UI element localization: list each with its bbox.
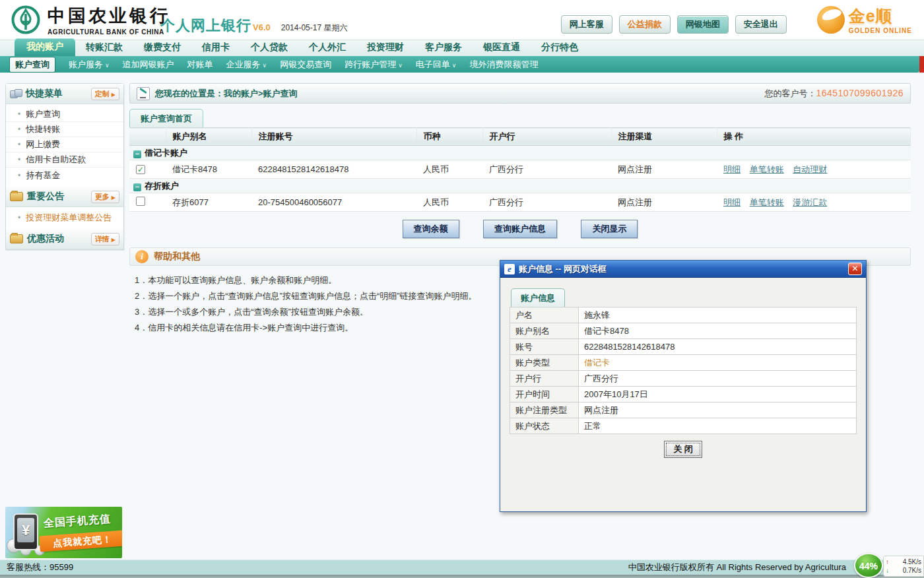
action-buttons: 查询余额 查询账户信息 关闭显示	[129, 220, 911, 238]
bullet-icon: •	[18, 110, 20, 119]
subnav-interbank-account-mgmt[interactable]: 跨行账户管理∨	[345, 59, 403, 71]
yuan-symbol: ¥	[17, 518, 34, 542]
bank-brand: 中国农业银行 AGRICULTURAL BANK OF CHINA	[11, 4, 170, 36]
dialog-title: 账户信息 -- 网页对话框	[519, 263, 848, 275]
sidebar-item-notice[interactable]: •投资理财菜单调整公告	[6, 210, 123, 225]
single-transfer-link[interactable]: 单笔转账	[750, 197, 784, 207]
col-alias: 账户别名	[166, 128, 251, 146]
bullet-icon: •	[18, 155, 20, 164]
query-account-info-button[interactable]: 查询账户信息	[483, 220, 557, 238]
subnav-account-query[interactable]: 账户查询	[9, 57, 55, 73]
quick-menu-header: 快捷菜单 定制 ▶	[6, 84, 123, 104]
phone-icon: ¥	[13, 513, 38, 550]
main-nav: 我的账户 转账汇款 缴费支付 信用卡 个人贷款 个人外汇 投资理财 客户服务 银…	[0, 40, 924, 56]
subnav-ebank-transaction-query[interactable]: 网银交易查询	[280, 59, 331, 71]
right-edge-marker	[919, 56, 924, 73]
query-balance-button[interactable]: 查询余额	[403, 220, 459, 238]
sidebar: 快捷菜单 定制 ▶ •账户查询 •快捷转账 •网上缴费 •信用卡自助还款 •持有…	[5, 83, 124, 250]
sidebar-item-held-funds[interactable]: •持有基金	[6, 168, 123, 183]
col-branch: 开户行	[482, 128, 611, 146]
tab-branch-features[interactable]: 分行特色	[531, 39, 589, 56]
header-right: 网上客服 公益捐款 网银地图 安全退出 金e顺 GOLDEN ONLINE	[561, 0, 917, 34]
subnav-corporate-service[interactable]: 企业服务∨	[226, 59, 267, 71]
group-row-debit-card[interactable]: −借记卡账户	[129, 146, 911, 160]
content-area: 快捷菜单 定制 ▶ •账户查询 •快捷转账 •网上缴费 •信用卡自助还款 •持有…	[0, 73, 924, 560]
sidebar-item-cc-repayment[interactable]: •信用卡自助还款	[6, 152, 123, 168]
ebank-map-button[interactable]: 网银地图	[677, 15, 729, 34]
customize-button[interactable]: 定制 ▶	[91, 88, 119, 100]
bank-name-en: AGRICULTURAL BANK OF CHINA	[48, 28, 170, 36]
subnav-overseas-limit-mgmt[interactable]: 境外消费限额管理	[469, 59, 538, 71]
header: 中国农业银行 AGRICULTURAL BANK OF CHINA 个人网上银行…	[0, 0, 924, 40]
download-speed: 0.7K/s	[903, 566, 921, 575]
subnav-e-receipt[interactable]: 电子回单∨	[416, 59, 457, 71]
tab-payment[interactable]: 缴费支付	[133, 39, 191, 56]
cell-currency: 人民币	[416, 160, 482, 179]
help-title: 帮助和其他	[154, 251, 200, 263]
sidebar-item-account-query[interactable]: •账户查询	[6, 107, 123, 122]
bullet-icon: •	[18, 171, 20, 180]
golden-logo-en: GOLDEN ONLINE	[849, 27, 912, 34]
quick-menu-title: 快捷菜单	[26, 88, 91, 100]
online-service-button[interactable]: 网上客服	[561, 15, 612, 34]
safe-logout-button[interactable]: 安全退出	[735, 15, 787, 34]
col-operations: 操 作	[717, 128, 911, 146]
mobile-recharge-banner[interactable]: ¥ 全国手机充值 点我就充吧！	[5, 507, 122, 558]
sidebar-item-quick-transfer[interactable]: •快捷转账	[6, 122, 123, 137]
single-transfer-link[interactable]: 单笔转账	[750, 164, 784, 174]
collapse-icon[interactable]: −	[133, 150, 141, 158]
tab-bank-medical[interactable]: 银医直通	[473, 39, 531, 56]
notices-title: 重要公告	[27, 191, 91, 203]
bullet-icon: •	[18, 140, 20, 149]
tab-account-query-home[interactable]: 账户查询首页	[129, 109, 203, 127]
tab-forex[interactable]: 个人外汇	[298, 39, 356, 56]
auto-finance-link[interactable]: 自动理财	[793, 164, 827, 174]
info-row: 户名施永锋	[510, 307, 857, 323]
upload-speed: 4.5K/s	[903, 558, 921, 566]
sub-nav: 账户查询 账户服务∨ 追加网银账户 对账单 企业服务∨ 网银交易查询 跨行账户管…	[0, 56, 919, 73]
speed-ball-badge[interactable]: 44%	[854, 553, 883, 578]
dialog-close-button[interactable]: 关 闭	[664, 441, 702, 458]
product-version: V6.0	[253, 22, 271, 32]
promos-header: 优惠活动 详情 ▶	[6, 229, 123, 249]
more-notices-button[interactable]: 更多 ▶	[91, 191, 119, 203]
tab-customer-service[interactable]: 客户服务	[414, 39, 473, 56]
cell-branch: 广西分行	[482, 193, 611, 212]
tab-transfer[interactable]: 转账汇款	[75, 39, 133, 56]
dialog-tab-account-info[interactable]: 账户信息	[511, 288, 565, 307]
row-checkbox-checked[interactable]: ✓	[136, 165, 145, 174]
dialog-titlebar[interactable]: e 账户信息 -- 网页对话框 ✕	[500, 261, 866, 278]
detail-link[interactable]: 明细	[723, 197, 741, 207]
arrow-right-icon: ▶	[112, 237, 116, 243]
subnav-account-service[interactable]: 账户服务∨	[69, 59, 110, 71]
subnav-add-ebank-account[interactable]: 追加网银账户	[123, 59, 174, 71]
arrow-right-icon: ▶	[112, 92, 116, 98]
collapse-icon[interactable]: −	[133, 183, 141, 191]
promo-details-button[interactable]: 详情 ▶	[91, 233, 119, 245]
row-checkbox-unchecked[interactable]	[136, 197, 145, 206]
download-arrow-icon: ↓	[886, 566, 889, 575]
promo-line2: 点我就充吧！	[39, 530, 122, 552]
roaming-remit-link[interactable]: 漫游汇款	[793, 197, 827, 207]
table-row: 存折6077 20-754500460056077 人民币 广西分行 网点注册 …	[129, 193, 911, 212]
account-info-table: 户名施永锋 账户别名借记卡8478 账号6228481528142618478 …	[510, 307, 857, 434]
tab-investment[interactable]: 投资理财	[356, 39, 414, 56]
accounts-table: 账户别名 注册账号 币种 开户行 注册渠道 操 作 −借记卡账户 ✓ 借记卡84…	[129, 127, 911, 212]
tab-personal-loan[interactable]: 个人贷款	[240, 39, 298, 56]
subnav-statement[interactable]: 对账单	[187, 59, 213, 71]
abc-bank-logo-icon	[11, 5, 41, 35]
close-display-button[interactable]: 关闭显示	[581, 220, 638, 238]
status-bar: 客服热线：95599 中国农业银行版权所有 All Rights Reserve…	[0, 560, 924, 575]
group-row-passbook[interactable]: −存折账户	[129, 179, 911, 193]
tab-my-accounts[interactable]: 我的账户	[15, 38, 75, 56]
sidebar-item-online-payment[interactable]: •网上缴费	[6, 137, 123, 152]
product-title: 个人网上银行	[160, 16, 251, 36]
arrow-right-icon: ▶	[112, 195, 116, 201]
ie-browser-icon: e	[504, 264, 515, 274]
tab-credit-card[interactable]: 信用卡	[191, 39, 240, 56]
dialog-close-icon[interactable]: ✕	[848, 263, 862, 275]
golden-logo-cn: 金e顺	[849, 5, 912, 27]
table-row: ✓ 借记卡8478 6228481528142618478 人民币 广西分行 网…	[129, 160, 911, 179]
charity-donate-button[interactable]: 公益捐款	[619, 15, 671, 34]
detail-link[interactable]: 明细	[723, 164, 741, 174]
